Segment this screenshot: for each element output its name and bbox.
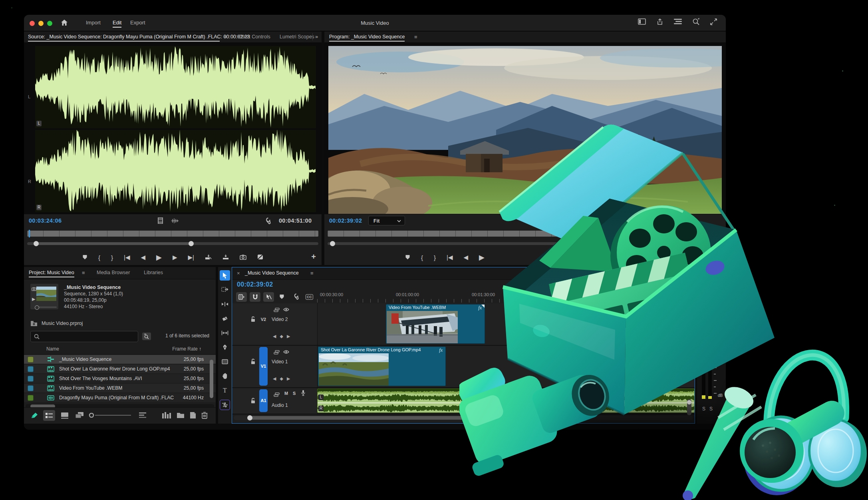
step-back-icon[interactable]: ◀ <box>464 254 469 261</box>
tab-libraries[interactable]: Libraries <box>144 270 163 275</box>
keyframe-controls[interactable]: ◀◆▶ <box>273 376 294 381</box>
mark-out-icon[interactable]: } <box>434 254 436 261</box>
close-icon[interactable]: × <box>237 270 240 276</box>
program-timecode[interactable]: 00:02:39:02 <box>329 217 362 224</box>
delete-icon[interactable] <box>201 412 208 419</box>
add-marker-icon[interactable] <box>82 254 87 261</box>
preview-thumbnail[interactable]: ▶ <box>30 284 58 309</box>
preview-play-icon[interactable]: ▶ <box>32 297 35 302</box>
tab-media-browser[interactable]: Media Browser <box>97 270 130 275</box>
clip-video-from-youtube[interactable]: Video From YouTube .WEBM fx <box>386 304 485 344</box>
drag-video-icon[interactable] <box>158 217 163 225</box>
list-view-button[interactable] <box>43 410 55 421</box>
lock-icon[interactable] <box>250 398 256 405</box>
tab-program[interactable]: Program: _Music Video Sequence <box>329 34 405 42</box>
track-output-eye-icon[interactable] <box>283 349 289 356</box>
scroll-handle-right[interactable] <box>462 415 467 420</box>
track-v2-name[interactable]: Video 2 <box>272 317 288 322</box>
mark-out-icon[interactable]: } <box>111 254 113 261</box>
timeline-vertical-scrollbar[interactable] <box>687 399 691 415</box>
list-item[interactable]: Video From YouTube .WEBM 25,00 fps <box>24 384 216 392</box>
clip-audio-flac[interactable]: L R <box>317 388 695 413</box>
source-patch-icon[interactable] <box>274 349 280 356</box>
step-forward-icon[interactable]: ▶ <box>173 254 177 261</box>
search-input[interactable] <box>30 331 138 342</box>
column-header-name[interactable]: Name <box>46 346 59 352</box>
nest-source-button[interactable] <box>236 292 247 302</box>
add-marker-icon[interactable] <box>279 294 284 301</box>
column-header-frame-rate[interactable]: Frame Rate ↑ <box>172 346 201 352</box>
tab-effect-controls[interactable]: Effect Controls <box>238 34 270 40</box>
source-timecode[interactable]: 00:03:24:06 <box>29 217 62 224</box>
track-v1-id[interactable]: V1 <box>259 347 268 386</box>
track-v2-id[interactable]: V2 <box>259 316 268 323</box>
new-item-icon[interactable] <box>189 412 197 419</box>
overwrite-icon[interactable] <box>222 254 229 261</box>
settings-wrench-icon[interactable] <box>264 217 271 225</box>
label-color-chip[interactable] <box>28 376 34 382</box>
freeform-view-icon[interactable] <box>75 412 85 419</box>
export-frame-icon[interactable] <box>240 254 246 261</box>
play-icon[interactable]: ▶ <box>156 253 162 262</box>
new-bin-icon[interactable] <box>177 412 185 418</box>
panel-menu-icon[interactable]: ≡ <box>82 270 85 276</box>
list-item[interactable]: _Music Video Sequence 25,00 fps <box>24 355 216 364</box>
source-zoom-scrollbar[interactable] <box>27 242 318 245</box>
volume-rubber-band[interactable] <box>318 402 694 403</box>
keyframe-controls[interactable]: ◀◆▶ <box>273 334 294 339</box>
panel-layout-icon[interactable] <box>638 18 646 25</box>
tab-source[interactable]: Source: _Music Video Sequence: Dragonfly… <box>28 34 220 42</box>
tab-timeline-sequence[interactable]: _Music Video Sequence <box>245 270 299 276</box>
label-color-chip[interactable] <box>28 385 34 391</box>
track-select-forward-tool[interactable] <box>220 285 230 295</box>
track-v1-name[interactable]: Video 1 <box>272 359 288 365</box>
label-color-chip[interactable] <box>28 395 34 401</box>
share-icon[interactable] <box>656 18 663 25</box>
tab-project[interactable]: Project: Music Video <box>29 270 74 277</box>
list-item[interactable]: Shot Over The Vosges Mountains .AVI 25,0… <box>24 374 216 383</box>
timeline-settings-wrench-icon[interactable] <box>292 293 299 301</box>
lock-icon[interactable] <box>250 316 256 324</box>
ripple-edit-tool[interactable] <box>220 299 230 309</box>
quick-search-icon[interactable] <box>692 18 700 25</box>
button-editor-icon[interactable]: + <box>311 252 316 261</box>
rectangle-tool[interactable] <box>220 357 230 367</box>
list-item[interactable]: Dragonfly Mayu Puma (Original From M Cra… <box>24 393 216 402</box>
clip-shot-over-la-garonne[interactable]: Shot Over La Garonne River Drone Long GO… <box>318 347 446 386</box>
folder-up-icon[interactable] <box>30 321 38 328</box>
tab-overflow-icon[interactable]: » <box>315 34 318 40</box>
panel-menu-icon[interactable]: ≡ <box>310 270 314 276</box>
source-patch-icon[interactable] <box>274 391 280 398</box>
track-a1-id[interactable]: A1 <box>259 389 268 412</box>
project-writable-icon[interactable] <box>30 412 38 419</box>
play-icon[interactable]: ▶ <box>479 253 485 262</box>
go-to-in-icon[interactable]: |◀ <box>447 254 453 261</box>
step-back-icon[interactable]: ◀ <box>141 254 146 261</box>
zoom-level-dropdown[interactable]: Fit <box>368 216 405 225</box>
project-readout-icon[interactable] <box>162 412 171 418</box>
meter-solo-left[interactable]: S <box>702 406 705 412</box>
mark-in-icon[interactable]: { <box>421 254 423 261</box>
timeline-horizontal-scrollbar[interactable] <box>234 416 693 420</box>
zoom-handle-left[interactable] <box>330 241 335 246</box>
source-patch-icon[interactable] <box>274 307 280 314</box>
go-to-in-icon[interactable]: |◀ <box>124 254 130 261</box>
timeline-timecode[interactable]: 00:02:39:02 <box>237 281 273 288</box>
project-file-label[interactable]: Music Video.prproj <box>42 321 83 326</box>
icon-view-icon[interactable] <box>61 412 69 419</box>
remix-tool[interactable] <box>220 400 230 410</box>
zoom-handle-left[interactable] <box>34 241 39 246</box>
slip-tool[interactable] <box>220 328 230 338</box>
razor-tool[interactable] <box>220 313 230 324</box>
mark-in-icon[interactable]: { <box>98 254 100 261</box>
hand-tool[interactable] <box>220 371 230 381</box>
type-tool[interactable]: T <box>220 385 230 396</box>
voiceover-mic-icon[interactable] <box>301 390 306 398</box>
scroll-handle-left[interactable] <box>247 415 252 420</box>
panel-menu-icon[interactable]: ≡ <box>414 34 417 40</box>
insert-icon[interactable] <box>205 254 212 261</box>
sort-icon[interactable] <box>139 412 146 418</box>
fullscreen-icon[interactable] <box>710 18 717 25</box>
zoom-slider[interactable] <box>89 413 133 418</box>
zoom-handle-right[interactable] <box>189 241 194 246</box>
